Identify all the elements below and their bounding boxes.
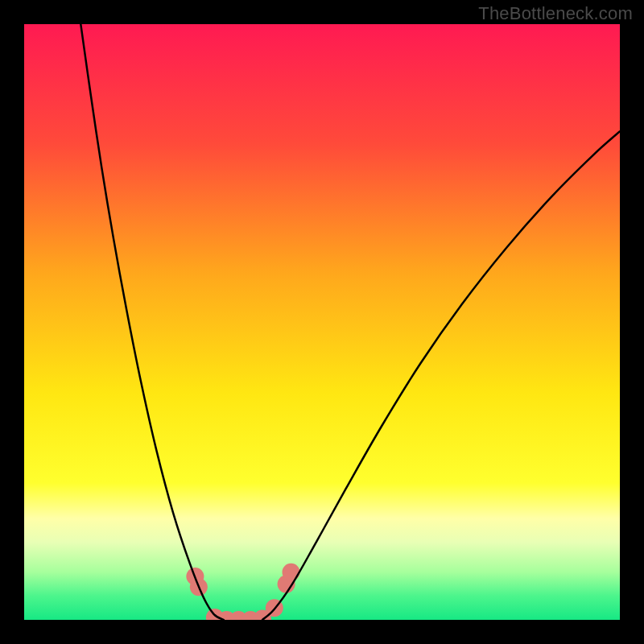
watermark-text: TheBottleneck.com xyxy=(478,3,633,24)
curve-layer xyxy=(24,24,620,620)
valley-marker-group xyxy=(186,564,299,620)
chart-frame: TheBottleneck.com xyxy=(0,0,644,644)
curve-left-branch xyxy=(80,24,224,620)
curve-right-branch xyxy=(262,131,620,620)
valley-marker xyxy=(283,564,300,581)
plot-area xyxy=(24,24,620,620)
